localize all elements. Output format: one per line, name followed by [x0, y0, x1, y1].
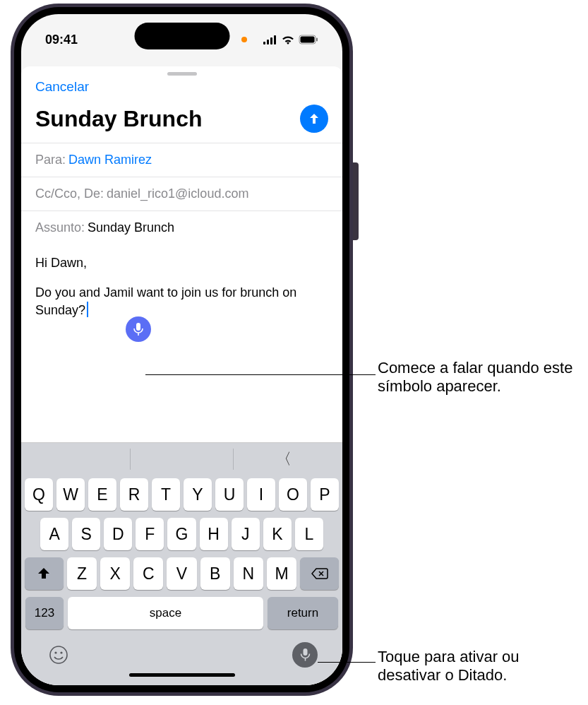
- dictation-indicator: [126, 316, 151, 342]
- sheet-grabber[interactable]: [167, 72, 197, 76]
- svg-rect-6: [316, 38, 318, 42]
- body-line: Hi Dawn,: [35, 254, 328, 271]
- suggestion-cell[interactable]: 〈: [235, 449, 335, 470]
- shift-key[interactable]: [25, 557, 64, 590]
- svg-rect-1: [267, 40, 269, 45]
- subject-field[interactable]: Assunto: Sunday Brunch: [21, 211, 342, 244]
- backspace-icon: [311, 567, 328, 580]
- cc-field[interactable]: Cc/Cco, De: daniel_rico1@icloud.com: [21, 177, 342, 211]
- keyboard: QWERTYUIOP ASDFGHJKL Z X C V B N M: [21, 475, 342, 685]
- key-letter[interactable]: V: [167, 557, 196, 590]
- microphone-icon: [133, 322, 144, 336]
- callout-text: Comece a falar quando este símbolo apare…: [378, 359, 586, 396]
- key-letter[interactable]: W: [56, 478, 85, 511]
- dictation-button[interactable]: [292, 642, 318, 668]
- svg-rect-2: [270, 37, 272, 45]
- svg-rect-12: [303, 648, 307, 656]
- recording-indicator-icon: [241, 37, 247, 42]
- key-letter[interactable]: X: [100, 557, 130, 590]
- status-time: 09:41: [45, 32, 78, 47]
- text-cursor-icon: [87, 302, 88, 317]
- key-letter[interactable]: R: [120, 478, 148, 511]
- key-letter[interactable]: F: [136, 518, 164, 550]
- key-letter[interactable]: N: [234, 557, 263, 590]
- key-letter[interactable]: K: [263, 518, 292, 550]
- cc-label: Cc/Cco, De:: [35, 186, 104, 201]
- key-letter[interactable]: J: [232, 518, 260, 550]
- key-letter[interactable]: C: [133, 557, 163, 590]
- key-letter[interactable]: U: [215, 478, 244, 511]
- to-field[interactable]: Para: Dawn Ramirez: [21, 143, 342, 177]
- callout-line: [145, 374, 376, 375]
- key-letter[interactable]: M: [267, 557, 296, 590]
- keyboard-suggestion-bar: 〈: [21, 442, 342, 475]
- key-letter[interactable]: S: [72, 518, 100, 550]
- callout-line: [318, 662, 376, 663]
- key-letter[interactable]: L: [295, 518, 323, 550]
- suggestion-cell[interactable]: [28, 449, 128, 470]
- side-button: [353, 162, 359, 240]
- return-key[interactable]: return: [268, 597, 338, 629]
- key-letter[interactable]: P: [311, 478, 339, 511]
- svg-rect-7: [136, 323, 140, 331]
- to-label: Para:: [35, 153, 66, 167]
- svg-point-11: [60, 651, 62, 653]
- key-letter[interactable]: T: [152, 478, 180, 511]
- svg-point-9: [50, 646, 67, 663]
- shift-icon: [37, 567, 51, 580]
- svg-point-10: [54, 651, 56, 653]
- wifi-icon: [281, 35, 295, 45]
- dynamic-island: [134, 23, 229, 49]
- key-letter[interactable]: Y: [184, 478, 212, 511]
- key-letter[interactable]: D: [104, 518, 132, 550]
- subject-value: Sunday Brunch: [88, 220, 174, 235]
- cc-value: daniel_rico1@icloud.com: [107, 186, 248, 201]
- arrow-up-icon: [307, 112, 321, 126]
- cancel-button[interactable]: Cancelar: [35, 79, 89, 94]
- key-letter[interactable]: A: [40, 518, 68, 550]
- svg-rect-5: [301, 37, 315, 43]
- microphone-icon: [300, 648, 311, 662]
- key-letter[interactable]: E: [88, 478, 116, 511]
- numbers-key[interactable]: 123: [25, 597, 64, 629]
- key-letter[interactable]: B: [200, 557, 230, 590]
- key-letter[interactable]: O: [279, 478, 307, 511]
- chevron-left-icon: 〈: [276, 449, 294, 470]
- backspace-key[interactable]: [300, 557, 339, 590]
- to-value: Dawn Ramirez: [68, 153, 152, 167]
- body-line: Do you and Jamil want to join us for bru…: [35, 284, 328, 319]
- key-letter[interactable]: Z: [67, 557, 97, 590]
- svg-rect-0: [263, 42, 265, 45]
- compose-sheet: Cancelar Sunday Brunch Para: Dawn Ramire…: [21, 66, 342, 685]
- callout-text: Toque para ativar ou desativar o Ditado.: [378, 648, 586, 685]
- suggestion-cell[interactable]: [132, 449, 232, 470]
- key-letter[interactable]: H: [200, 518, 228, 550]
- key-letter[interactable]: I: [247, 478, 275, 511]
- home-indicator[interactable]: [129, 673, 235, 677]
- svg-rect-3: [274, 35, 276, 45]
- cellular-icon: [263, 35, 277, 45]
- battery-icon: [299, 35, 318, 45]
- space-key[interactable]: space: [68, 597, 263, 629]
- send-button[interactable]: [300, 105, 328, 133]
- compose-title: Sunday Brunch: [35, 106, 202, 132]
- phone-frame: 09:41 Cancelar: [11, 4, 353, 696]
- key-letter[interactable]: Q: [25, 478, 53, 511]
- key-letter[interactable]: G: [167, 518, 196, 550]
- body-textarea[interactable]: Hi Dawn, Do you and Jamil want to join u…: [21, 244, 342, 442]
- emoji-button[interactable]: [46, 642, 71, 668]
- emoji-icon: [48, 644, 69, 665]
- subject-label: Assunto:: [35, 220, 85, 235]
